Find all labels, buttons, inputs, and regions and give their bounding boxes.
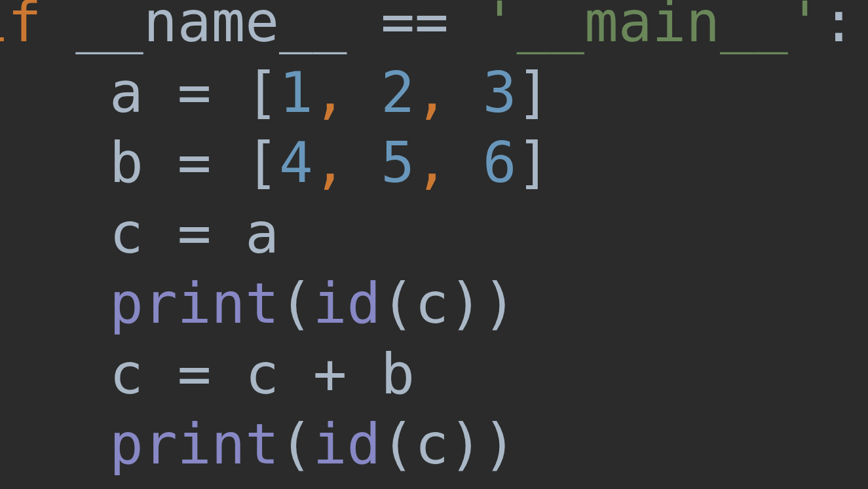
- code-token: (: [381, 411, 415, 477]
- code-token: 3: [483, 60, 517, 125]
- code-token: __name__: [42, 0, 381, 54]
- code-token: b: [381, 341, 415, 407]
- code-token: 1: [279, 60, 313, 125]
- code-token: ,: [415, 130, 483, 195]
- code-token: c: [109, 200, 178, 266]
- code-editor[interactable]: if __name__ == '__main__': a = [1, 2, 3]…: [0, 0, 842, 480]
- code-token: ]: [516, 60, 550, 125]
- code-token: c: [245, 341, 313, 407]
- code-token: )): [449, 270, 517, 336]
- code-token: (: [279, 411, 313, 477]
- code-token: (: [381, 270, 415, 336]
- code-token: =: [178, 200, 246, 266]
- code-line: print(id(c)): [0, 270, 516, 336]
- code-token: 5: [381, 130, 415, 195]
- code-token: =: [178, 341, 246, 407]
- code-token: [: [245, 60, 279, 125]
- code-line: a = [1, 2, 3]: [0, 60, 550, 125]
- code-token: :: [821, 0, 856, 54]
- code-line: c = c + b: [0, 341, 415, 407]
- code-token: '__main__': [483, 0, 822, 54]
- code-line: c = a: [0, 200, 279, 266]
- code-token: c: [415, 411, 449, 477]
- code-token: print: [109, 270, 279, 336]
- code-token: ,: [313, 60, 381, 125]
- code-token: ,: [313, 130, 381, 195]
- code-line: if __name__ == '__main__':: [0, 0, 856, 54]
- code-token: (: [279, 270, 313, 336]
- code-token: id: [313, 270, 381, 336]
- code-token: ==: [381, 0, 482, 54]
- code-token: c: [415, 270, 449, 336]
- code-token: ]: [516, 130, 550, 195]
- code-token: +: [313, 341, 381, 407]
- code-line: print(id(c)): [0, 411, 516, 477]
- code-token: )): [449, 411, 517, 477]
- code-token: if: [0, 0, 42, 54]
- code-token: ,: [415, 60, 483, 125]
- code-token: 6: [483, 130, 517, 195]
- code-token: [: [245, 130, 279, 195]
- code-token: b: [109, 130, 178, 195]
- code-token: 2: [381, 60, 415, 125]
- code-token: 4: [279, 130, 313, 195]
- code-token: a: [245, 200, 279, 266]
- code-token: c: [109, 341, 178, 407]
- code-token: a: [109, 60, 178, 125]
- code-line: b = [4, 5, 6]: [0, 130, 550, 195]
- code-token: =: [178, 60, 246, 125]
- code-token: =: [178, 130, 246, 195]
- code-token: print: [109, 411, 279, 477]
- code-token: id: [313, 411, 381, 477]
